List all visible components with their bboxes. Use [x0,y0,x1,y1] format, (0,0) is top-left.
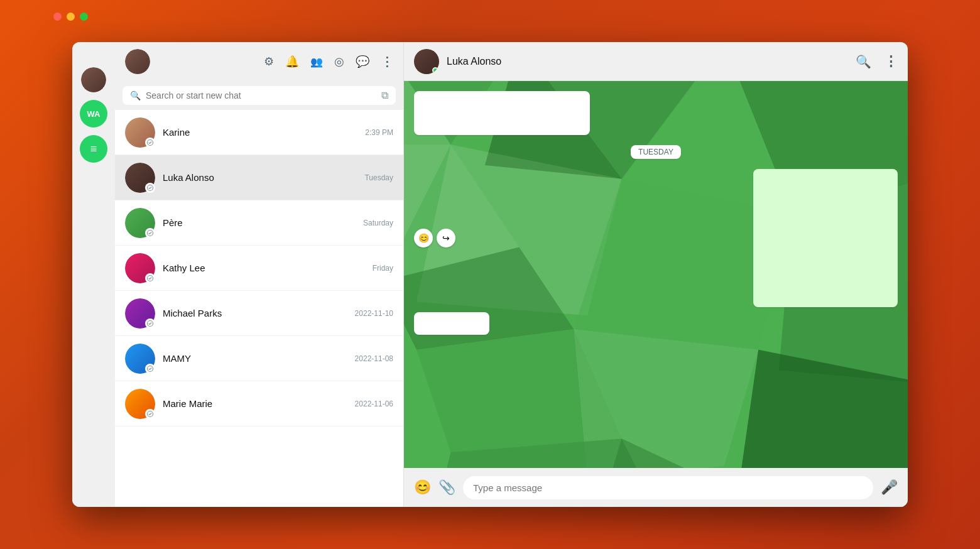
date-divider: TUESDAY [414,145,898,159]
chat-list: Karine 2:39 PM Luka Alonso [115,110,403,507]
emoji-picker-icon[interactable]: 😊 [414,479,431,496]
search-icon: 🔍 [130,90,141,101]
luka-status-icon [145,183,155,193]
luka-time: Tuesday [364,172,393,182]
message-action-buttons: 😊 ↪ [414,229,455,247]
karine-info: Karine 2:39 PM [163,127,393,138]
date-badge: TUESDAY [631,145,681,159]
icon-strip: WA ≡ [72,42,115,507]
chat-item-kathy[interactable]: Kathy Lee Friday [115,246,403,291]
pere-time: Saturday [363,217,393,227]
emoji-icon: 😊 [418,233,429,243]
michael-time: 2022-11-10 [355,308,393,318]
forward-button[interactable]: ↪ [437,229,455,247]
marie-info: Marie Marie 2022-11-06 [163,398,393,409]
settings-icon[interactable]: ⚙ [264,55,274,68]
kathy-time: Friday [373,263,393,273]
chat-item-karine[interactable]: Karine 2:39 PM [115,110,403,155]
karine-status-icon [145,138,155,148]
karine-time: 2:39 PM [365,127,393,137]
mamy-info: MAMY 2022-11-08 [163,353,393,364]
marie-name: Marie Marie [163,398,212,409]
chat-more-icon[interactable]: ⋮ [884,53,898,70]
kathy-status-icon [145,273,155,283]
message-input[interactable] [463,476,873,499]
archive-button[interactable]: ≡ [80,135,107,163]
received-message-wrapper-2 [414,312,898,335]
received-message-wrapper-1 [414,91,898,135]
mic-icon[interactable]: 🎤 [881,479,898,496]
more-icon[interactable]: ⋮ [381,54,393,69]
chat-contact-avatar[interactable] [414,49,439,74]
karine-avatar-wrap [125,117,155,148]
pere-name: Père [163,217,183,228]
chat-search-icon[interactable]: 🔍 [856,54,871,69]
online-indicator [432,67,438,73]
bell-icon[interactable]: 🔔 [285,55,299,68]
search-input[interactable] [146,90,376,101]
chat-header: Luka Alonso 🔍 ⋮ [404,42,908,81]
received-message-1 [414,91,590,135]
chat-list-panel: ⚙ 🔔 👥 ◎ 💬 ⋮ 🔍 ⧉ [115,42,404,507]
kathy-name: Kathy Lee [163,263,205,273]
mamy-name: MAMY [163,353,191,364]
sent-message-wrapper-1: 😊 ↪ [414,169,898,307]
contacts-icon[interactable]: 👥 [310,56,323,68]
mamy-time: 2022-11-08 [355,353,393,363]
sent-message-1 [753,169,898,307]
chat-area: Luka Alonso 🔍 ⋮ TUESDAY 😊 [404,42,908,507]
filter-icon[interactable]: ⧉ [381,90,388,101]
wa-logo: WA [80,100,107,128]
self-avatar[interactable] [81,67,106,92]
chat-input-bar: 😊 📎 🎤 [404,468,908,507]
michael-name: Michael Parks [163,308,222,318]
user-avatar[interactable] [125,49,150,74]
emoji-reaction-button[interactable]: 😊 [414,229,433,247]
marie-status-icon [145,409,155,419]
marie-time: 2022-11-06 [355,398,393,408]
pere-info: Père Saturday [163,217,393,228]
kathy-info: Kathy Lee Friday [163,263,393,273]
header-icons: ⚙ 🔔 👥 ◎ 💬 ⋮ [264,54,393,69]
forward-icon: ↪ [442,233,450,243]
pere-avatar-wrap [125,208,155,238]
kathy-avatar-wrap [125,253,155,283]
chat-item-mamy[interactable]: MAMY 2022-11-08 [115,336,403,381]
chat-messages: TUESDAY 😊 ↪ [404,81,908,468]
status-icon[interactable]: ◎ [334,55,344,68]
chat-item-luka[interactable]: Luka Alonso Tuesday [115,155,403,200]
marie-avatar-wrap [125,389,155,419]
chat-item-marie[interactable]: Marie Marie 2022-11-06 [115,381,403,427]
luka-name: Luka Alonso [163,172,214,183]
chat-list-header: ⚙ 🔔 👥 ◎ 💬 ⋮ [115,42,403,81]
michael-status-icon [145,318,155,329]
mamy-status-icon [145,364,155,374]
chat-header-actions: 🔍 ⋮ [856,53,898,70]
new-chat-icon[interactable]: 💬 [356,55,369,68]
received-message-2 [414,312,489,335]
chat-item-pere[interactable]: Père Saturday [115,200,403,246]
luka-info: Luka Alonso Tuesday [163,172,393,183]
search-bar: 🔍 ⧉ [115,81,403,110]
mamy-avatar-wrap [125,344,155,374]
michael-info: Michael Parks 2022-11-10 [163,308,393,318]
chat-item-michael[interactable]: Michael Parks 2022-11-10 [115,291,403,336]
karine-name: Karine [163,127,190,138]
pere-status-icon [145,228,155,238]
chat-contact-name[interactable]: Luka Alonso [447,56,501,67]
michael-avatar-wrap [125,298,155,329]
luka-avatar-wrap [125,163,155,193]
attach-icon[interactable]: 📎 [438,479,455,496]
